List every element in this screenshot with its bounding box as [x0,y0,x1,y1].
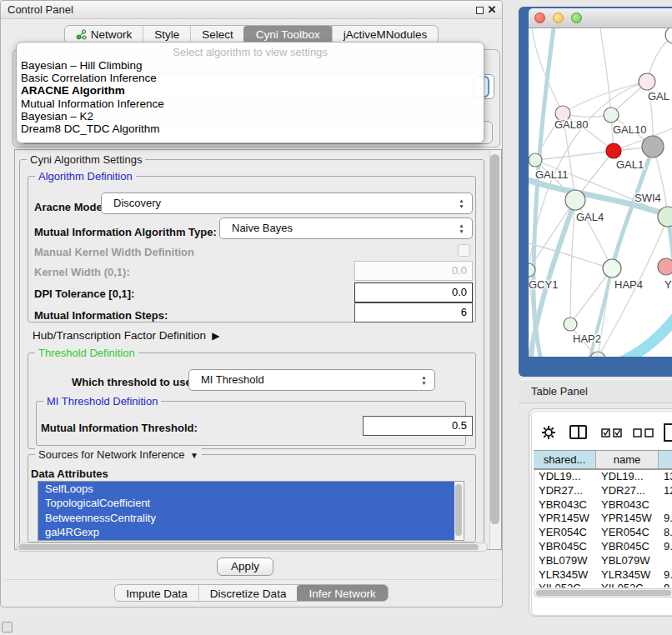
dropdown-item[interactable]: Mutual Information Inference [17,98,484,110]
table-row[interactable]: YDR27...YDR27...12 [534,484,672,498]
tab-discretize-data[interactable]: Discretize Data [198,585,298,602]
table-row[interactable]: YLR345WYLR345W9. [534,568,672,582]
table-panel-titlebar[interactable]: Table Panel [519,379,672,403]
dropdown-item[interactable]: Dream8 DC_TDC Algorithm [17,122,484,135]
network-icon [76,29,87,40]
list-item-selected[interactable]: gal4RGexp [38,525,454,539]
table-panel-title: Table Panel [531,380,588,403]
settings-horizontal-scrollbar[interactable] [16,542,488,552]
svg-text:Y: Y [664,278,672,291]
dropdown-item[interactable]: Bayesian – K2 [17,110,484,122]
settings-gear-icon[interactable] [541,425,556,440]
table-row[interactable]: YDL19...YDL19...13 [534,470,672,484]
svg-text:HAP2: HAP2 [573,332,601,345]
tab-select[interactable]: Select [190,26,244,43]
stepper-arrows-icon: ▲▼ [456,197,467,211]
tab-jactivemnodules[interactable]: jActiveMNodules [332,26,439,43]
control-panel-titlebar[interactable]: Control Panel ✕ [1,1,502,19]
float-window-icon[interactable] [476,7,484,14]
scrollbar-thumb[interactable] [536,590,671,596]
close-traffic-light[interactable] [534,12,545,23]
column-header[interactable]: name [596,451,659,468]
node[interactable] [565,190,585,210]
column-header[interactable] [659,451,672,468]
control-panel-window: Control Panel ✕ Network Style Sel [0,0,503,608]
group-title: Threshold Definition [35,347,138,359]
svg-text:HAP4: HAP4 [614,278,643,291]
tab-network[interactable]: Network [65,26,143,43]
svg-text:GAL: GAL [648,90,669,102]
table-row[interactable]: YPR145WYPR145W9. [534,512,672,526]
expand-right-icon: ▶ [209,330,220,342]
table-panel-inner: shared... name YDL19...YDL19...13 YDR27.… [531,411,672,616]
which-threshold-combobox[interactable]: MI Threshold ▲▼ [188,369,435,391]
data-attributes-list[interactable]: SelfLoops TopologicalCoefficient Between… [38,481,464,541]
zoom-traffic-light[interactable] [571,12,582,23]
node-table: shared... name YDL19...YDL19...13 YDR27.… [534,450,672,588]
node-selected[interactable] [606,143,621,158]
dropdown-item[interactable]: Basic Correlation Inference [17,72,484,84]
node[interactable] [604,108,619,122]
columns-icon[interactable] [569,425,587,439]
group-title: MI Threshold Definition [43,395,161,408]
tab-infer-network[interactable]: Infer Network [297,585,387,602]
dropdown-item-selected[interactable]: ARACNE Algorithm [17,84,484,97]
table-row[interactable]: YER054CYER054C8. [534,526,672,540]
list-item-selected[interactable]: BetweennessCentrality [38,511,454,525]
stepper-arrows-icon: ▲▼ [419,373,429,388]
node[interactable] [639,73,655,90]
apply-button[interactable]: Apply [217,558,273,576]
manual-kernel-checkbox[interactable] [458,244,470,257]
tab-impute-data[interactable]: Impute Data [115,585,198,602]
table-row[interactable]: YBR045CYBR045C9. [534,540,672,554]
node[interactable] [529,153,542,167]
scrollbar-thumb[interactable] [455,484,462,536]
minimize-traffic-light[interactable] [553,12,564,23]
which-threshold-label: Which threshold to use: [72,376,195,388]
column-header[interactable]: shared... [534,451,596,468]
aracne-mode-combobox[interactable]: Discovery ▲▼ [101,192,473,214]
tab-style[interactable]: Style [143,26,190,43]
network-graph: GAL GAL80 GAL10 GAL1 GAL11 GAL4 SWI4 GCY… [529,28,672,357]
table-row[interactable]: YIL052CYIL052C9. [534,582,672,588]
dpi-tolerance-field[interactable]: 0.0 [354,282,473,302]
hub-definition-toggle[interactable]: Hub/Transcription Factor Definition ▶ [33,329,219,342]
mi-type-combobox[interactable]: Naive Bayes ▲▼ [219,218,473,239]
network-canvas[interactable]: GAL GAL80 GAL10 GAL1 GAL11 GAL4 SWI4 GCY… [529,28,672,357]
svg-text:GAL80: GAL80 [554,118,588,131]
svg-text:GAL1: GAL1 [616,158,644,171]
dropdown-prompt: Select algorithm to view settings [17,45,484,59]
collapsed-panel-icon[interactable] [2,622,13,632]
new-page-icon[interactable] [663,422,672,442]
network-window-titlebar[interactable] [529,8,672,28]
node[interactable] [658,258,672,275]
node[interactable] [564,318,577,331]
group-title: Algorithm Definition [35,170,136,182]
node[interactable] [603,259,621,278]
separator [6,579,499,580]
group-title[interactable]: Sources for Network Inference ▼ [35,448,202,461]
network-view-window: GAL GAL80 GAL10 GAL1 GAL11 GAL4 SWI4 GCY… [519,7,672,377]
list-vertical-scrollbar[interactable] [454,482,463,539]
aracne-mode-label: Aracne Mode: [34,201,106,213]
mi-threshold-field[interactable]: 0.5 [363,416,473,436]
tab-cyni-toolbox[interactable]: Cyni Toolbox [243,26,333,43]
node[interactable] [642,136,664,158]
network-node-labels: GAL GAL80 GAL10 GAL1 GAL11 GAL4 SWI4 GCY… [529,90,672,345]
select-all-icon[interactable] [601,428,623,438]
table-horizontal-scrollbar[interactable] [534,588,672,598]
panel-title: Control Panel [8,1,73,19]
list-item-selected[interactable]: SelfLoops [38,482,454,496]
svg-text:GAL10: GAL10 [613,123,646,136]
svg-text:GAL4: GAL4 [576,211,604,223]
list-item-selected[interactable]: TopologicalCoefficient [38,496,454,510]
close-icon[interactable]: ✕ [487,5,497,15]
deselect-all-icon[interactable] [633,428,654,438]
scrollbar-thumb[interactable] [18,544,479,550]
table-row[interactable]: YBR043CYBR043C [534,498,672,512]
table-row[interactable]: YBL079WYBL079W [534,554,672,568]
mi-steps-field[interactable]: 6 [354,302,473,322]
scrollbar-thumb[interactable] [490,154,499,524]
kernel-width-field[interactable]: 0.0 [354,261,473,281]
dropdown-item[interactable]: Bayesian – Hill Climbing [17,59,484,72]
